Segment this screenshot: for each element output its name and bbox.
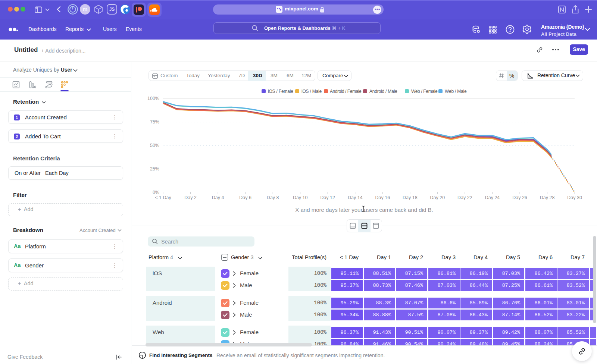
svg-text:Day 20: Day 20 — [430, 195, 445, 200]
svg-text:Day 22: Day 22 — [457, 195, 472, 200]
svg-text:50%: 50% — [150, 143, 159, 148]
svg-text:Day 2: Day 2 — [184, 195, 197, 200]
svg-text:Day 10: Day 10 — [293, 195, 308, 200]
svg-text:Day 18: Day 18 — [403, 195, 418, 200]
svg-text:Day 14: Day 14 — [348, 195, 363, 200]
svg-text:25%: 25% — [150, 166, 159, 172]
svg-text:Day 28: Day 28 — [540, 195, 555, 200]
svg-text:75%: 75% — [150, 119, 159, 125]
svg-text:Day 6: Day 6 — [239, 195, 251, 200]
svg-text:Day 8: Day 8 — [267, 195, 279, 200]
svg-text:< 1 Day: < 1 Day — [155, 195, 171, 200]
svg-text:100%: 100% — [147, 96, 159, 101]
svg-text:Day 4: Day 4 — [212, 195, 224, 200]
svg-text:Day 12: Day 12 — [320, 195, 335, 200]
svg-text:Day 30: Day 30 — [567, 195, 582, 200]
svg-text:Day 16: Day 16 — [375, 195, 390, 200]
svg-text:Day 24: Day 24 — [485, 195, 500, 200]
svg-text:Day 26: Day 26 — [512, 195, 527, 200]
svg-text:0%: 0% — [153, 190, 159, 195]
